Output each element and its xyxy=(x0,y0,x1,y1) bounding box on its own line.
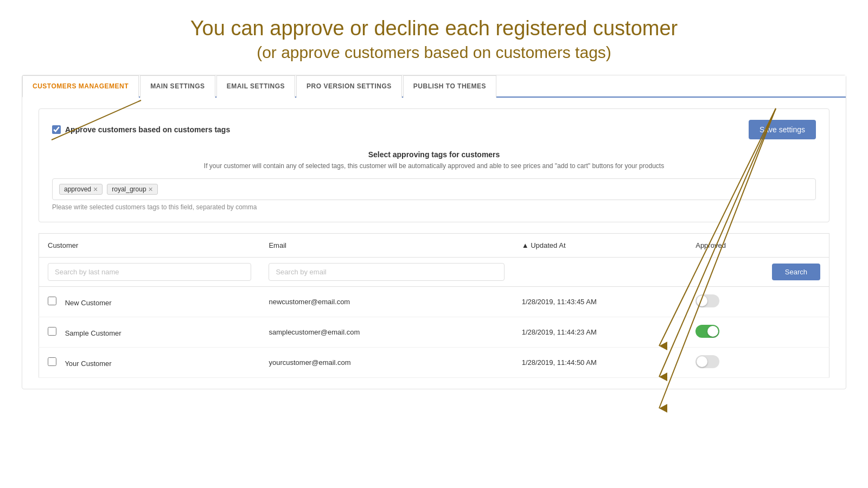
customer-approved-toggle-cell xyxy=(687,317,829,347)
search-button[interactable]: Search xyxy=(772,264,820,280)
approve-checkbox[interactable] xyxy=(52,125,61,134)
tag-royal-group-remove[interactable]: × xyxy=(149,185,153,193)
approve-checkbox-label[interactable]: Approve customers based on customers tag… xyxy=(52,125,230,134)
customer-updated: 1/28/2019, 11:43:45 AM xyxy=(513,286,687,317)
settings-header: Approve customers based on customers tag… xyxy=(52,120,816,139)
tags-input-container[interactable]: approved × royal_group × xyxy=(52,178,816,200)
search-email-input[interactable] xyxy=(269,263,504,281)
col-header-updated-at[interactable]: ▲ Updated At xyxy=(513,233,687,257)
tags-hint: Please write selected customers tags to … xyxy=(52,203,816,211)
search-button-cell: Search xyxy=(687,257,829,286)
row-select-checkbox[interactable] xyxy=(48,297,56,305)
tab-pro-version-settings[interactable]: PRO VERSION SETTINGS xyxy=(296,75,402,98)
tag-royal-group: royal_group × xyxy=(107,184,158,195)
col-header-approved: Approved xyxy=(687,233,829,257)
main-ui-container: CUSTOMERS MANAGEMENT MAIN SETTINGS EMAIL… xyxy=(22,75,846,389)
approved-toggle[interactable] xyxy=(695,355,719,368)
settings-panel: Approve customers based on customers tag… xyxy=(39,108,829,222)
customer-email: yourcustomer@email.com xyxy=(260,347,513,377)
customer-approved-toggle-cell xyxy=(687,347,829,377)
tab-navigation: CUSTOMERS MANAGEMENT MAIN SETTINGS EMAIL… xyxy=(22,75,846,98)
search-email-cell xyxy=(260,257,513,286)
col-header-email: Email xyxy=(260,233,513,257)
col-header-customer: Customer xyxy=(39,233,260,257)
table-row: New Customernewcustomer@email.com1/28/20… xyxy=(39,286,829,317)
row-checkbox-cell: Sample Customer xyxy=(39,317,260,347)
header-annotation: You can approve or decline each register… xyxy=(0,0,868,75)
search-updated-cell xyxy=(513,257,687,286)
tab-customers-management[interactable]: CUSTOMERS MANAGEMENT xyxy=(22,75,139,98)
search-row: Search xyxy=(39,257,829,286)
toggle-thumb xyxy=(697,356,707,367)
header-line2: (or approve customers based on customers… xyxy=(11,41,857,64)
tab-publish-to-themes[interactable]: PUBLISH TO THEMES xyxy=(403,75,496,98)
table-row: Your Customeryourcustomer@email.com1/28/… xyxy=(39,347,829,377)
select-tags-description: If your customer will contain any of sel… xyxy=(52,162,816,170)
row-checkbox-cell: New Customer xyxy=(39,286,260,317)
customer-name: Sample Customer xyxy=(65,329,122,337)
customer-updated: 1/28/2019, 11:44:50 AM xyxy=(513,347,687,377)
search-last-name-cell xyxy=(39,257,260,286)
customer-name: Your Customer xyxy=(65,359,111,368)
search-last-name-input[interactable] xyxy=(48,263,251,281)
svg-marker-6 xyxy=(659,404,667,413)
row-select-checkbox[interactable] xyxy=(48,357,56,366)
toggle-track xyxy=(695,294,719,307)
toggle-thumb xyxy=(707,326,718,337)
tag-approved: approved × xyxy=(59,184,103,195)
tab-email-settings[interactable]: EMAIL SETTINGS xyxy=(216,75,295,98)
toggle-track xyxy=(695,325,719,338)
approved-toggle[interactable] xyxy=(695,325,719,338)
customer-approved-toggle-cell xyxy=(687,286,829,317)
row-checkbox-cell: Your Customer xyxy=(39,347,260,377)
select-tags-title: Select approving tags for customers xyxy=(52,150,816,159)
customer-table: Customer Email ▲ Updated At Approved xyxy=(39,233,829,378)
approved-toggle[interactable] xyxy=(695,294,719,307)
save-settings-button[interactable]: Save settings xyxy=(749,120,816,139)
table-row: Sample Customersamplecustomer@email.com1… xyxy=(39,317,829,347)
row-select-checkbox[interactable] xyxy=(48,327,56,336)
tag-approved-remove[interactable]: × xyxy=(93,185,98,193)
table-header-row: Customer Email ▲ Updated At Approved xyxy=(39,233,829,257)
select-tags-section: Select approving tags for customers If y… xyxy=(52,150,816,170)
header-line1: You can approve or decline each register… xyxy=(11,16,857,41)
toggle-thumb xyxy=(697,296,707,306)
customer-email: samplecustomer@email.com xyxy=(260,317,513,347)
tab-main-settings[interactable]: MAIN SETTINGS xyxy=(140,75,215,98)
customer-name: New Customer xyxy=(65,299,112,307)
toggle-track xyxy=(695,355,719,368)
customer-email: newcustomer@email.com xyxy=(260,286,513,317)
customer-updated: 1/28/2019, 11:44:23 AM xyxy=(513,317,687,347)
content-area: Approve customers based on customers tag… xyxy=(22,98,846,389)
